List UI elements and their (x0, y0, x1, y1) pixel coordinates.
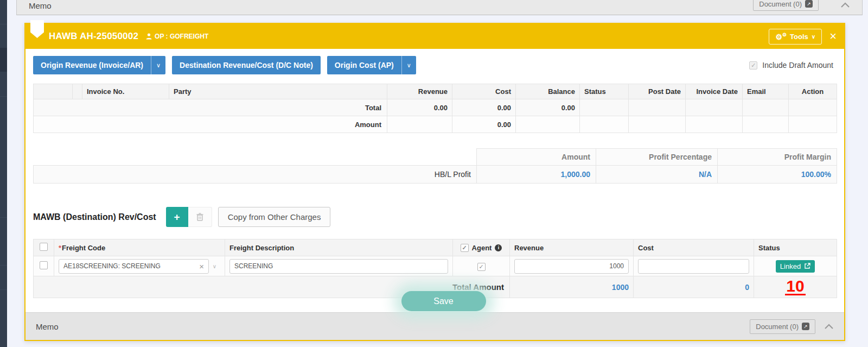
delete-charge-button[interactable] (188, 207, 212, 227)
header-agent: ✓ Agent i (453, 239, 510, 256)
header-action: Action (789, 84, 837, 99)
origin-revenue-dropdown-button[interactable]: ∨ (151, 56, 165, 74)
bottom-collapse-chevron-up-icon[interactable] (824, 324, 834, 330)
external-link-icon: ↗ (805, 0, 813, 8)
top-memo-bar: Memo Document (0) ↗ (16, 0, 863, 15)
header-balance: Balance (516, 84, 580, 99)
sidebar-divider (0, 217, 7, 218)
origin-revenue-button[interactable]: Origin Revenue (Invoice/AR) (33, 56, 151, 74)
total-amount-revenue: 1000 (510, 276, 634, 298)
trash-icon (196, 213, 203, 221)
top-memo-title: Memo (29, 1, 52, 10)
header-invoice-no: Invoice No. (82, 84, 169, 99)
destination-revcost-button-group: Destination Revenue/Cost (D/C Note) (172, 56, 321, 74)
save-button[interactable]: Save (401, 291, 486, 311)
agent-row-checkbox[interactable]: ✓ (477, 263, 486, 271)
freight-code-select[interactable]: AE18SCREENING: SCREENING × ∨ (59, 259, 220, 274)
origin-cost-dropdown-button[interactable]: ∨ (401, 56, 416, 74)
invoice-total-row: Total 0.00 0.00 0.00 (34, 99, 837, 116)
sidebar-divider (0, 289, 7, 290)
header-blank (73, 84, 82, 99)
toolbar-row: Origin Revenue (Invoice/AR) ∨ Destinatio… (33, 56, 837, 74)
chevron-down-icon: ∨ (407, 62, 411, 69)
bottom-document-button[interactable]: Document (0) ↗ (750, 319, 815, 334)
chevron-down-icon: ∨ (812, 34, 815, 40)
amount-cost: 0.00 (452, 116, 516, 133)
destination-revcost-button[interactable]: Destination Revenue/Cost (D/C Note) (172, 56, 321, 74)
screen: Memo Document (0) ↗ HAWB AH-25050002 OP … (0, 0, 868, 347)
tools-button-label: Tools (790, 33, 808, 41)
total-balance: 0.00 (516, 99, 580, 116)
bookmark-icon[interactable] (30, 20, 44, 38)
include-draft-amount: ✓ Include Draft Amount (749, 61, 837, 70)
document-button-label: Document (0) (756, 323, 799, 331)
header-profit-margin: Profit Margin (718, 149, 837, 166)
chevron-down-icon: ∨ (156, 62, 161, 69)
header-charge-revenue: Revenue (510, 239, 634, 256)
select-all-checkbox[interactable] (40, 243, 48, 251)
header-charge-cost: Cost (634, 239, 754, 256)
charges-header-row: *Freight Code Freight Description ✓ Agen… (34, 239, 837, 256)
header-charge-status: Status (754, 239, 837, 256)
copy-from-other-charges-button[interactable]: Copy from Other Charges (218, 207, 331, 227)
external-link-icon: ↗ (802, 323, 809, 330)
profit-table: Amount Profit Percentage Profit Margin H… (33, 148, 837, 184)
modal-title: HAWB AH-25050002 (49, 31, 138, 42)
header-email: Email (743, 84, 789, 99)
header-blank (34, 84, 73, 99)
add-charge-button[interactable]: + (166, 207, 188, 227)
linked-status-badge[interactable]: Linked (776, 260, 815, 273)
header-profit-amount: Amount (477, 149, 596, 166)
plus-icon: + (174, 211, 180, 223)
sidebar-active-item[interactable] (0, 48, 7, 72)
freight-description-input[interactable] (229, 259, 448, 274)
hbl-profit-percentage: N/A (596, 166, 718, 184)
agent-header-label: Agent (472, 244, 492, 252)
revenue-input[interactable] (514, 259, 629, 274)
hbl-profit-amount: 1,000.00 (477, 166, 596, 184)
include-draft-checkbox[interactable]: ✓ (749, 61, 757, 70)
sidebar-divider (0, 265, 7, 266)
total-amount-cost: 0 (634, 276, 754, 298)
linked-label: Linked (780, 262, 801, 270)
close-icon[interactable]: × (829, 30, 837, 42)
mawb-section-title: MAWB (Destination) Rev/Cost (33, 212, 156, 222)
header-invoice-date: Invoice Date (686, 84, 743, 99)
top-collapse-chevron-up-icon[interactable] (840, 2, 850, 8)
total-cost: 0.00 (452, 99, 516, 116)
row-checkbox[interactable] (40, 261, 48, 269)
clear-icon[interactable]: × (199, 262, 204, 270)
chevron-down-icon[interactable]: ∨ (209, 259, 220, 274)
hawb-modal: HAWB AH-25050002 OP : GOFREIGHT ⚙⚙ Tools… (24, 23, 845, 341)
info-icon[interactable]: i (495, 244, 502, 251)
check-icon: ✓ (462, 244, 467, 251)
total-row-label: Total (34, 99, 387, 116)
gears-icon: ⚙⚙ (775, 33, 787, 41)
left-sidebar[interactable] (0, 0, 7, 347)
include-draft-label: Include Draft Amount (762, 61, 833, 70)
mawb-section-header: MAWB (Destination) Rev/Cost + Copy from … (33, 207, 837, 227)
header-party: Party (169, 84, 387, 99)
header-freight-code: *Freight Code (54, 239, 225, 256)
modal-body: Origin Revenue (Invoice/AR) ∨ Destinatio… (25, 49, 844, 298)
tools-button[interactable]: ⚙⚙ Tools ∨ (769, 29, 822, 45)
freight-code-value-box[interactable]: AE18SCREENING: SCREENING × (59, 259, 209, 274)
sidebar-divider (0, 24, 7, 24)
sidebar-divider (0, 96, 7, 97)
check-icon: ✓ (478, 263, 483, 270)
check-icon: ✓ (751, 62, 756, 69)
invoice-table: Invoice No. Party Revenue Cost Balance S… (33, 84, 837, 133)
origin-cost-button[interactable]: Origin Cost (AP) (327, 56, 401, 74)
charges-table: *Freight Code Freight Description ✓ Agen… (33, 239, 837, 298)
operator-text: OP : GOFREIGHT (155, 33, 208, 40)
external-link-icon (804, 263, 810, 269)
select-all-cell (34, 239, 54, 256)
invoice-amount-row: Amount 0.00 (34, 116, 837, 133)
bottom-memo-bar[interactable]: Memo Document (0) ↗ (25, 312, 844, 340)
cost-input[interactable] (638, 259, 749, 274)
header-profit-percentage: Profit Percentage (596, 149, 718, 166)
agent-all-checkbox[interactable]: ✓ (461, 244, 469, 252)
modal-header: HAWB AH-25050002 OP : GOFREIGHT ⚙⚙ Tools… (25, 24, 844, 49)
header-revenue: Revenue (387, 84, 452, 99)
top-document-button[interactable]: Document (0) ↗ (753, 0, 819, 11)
